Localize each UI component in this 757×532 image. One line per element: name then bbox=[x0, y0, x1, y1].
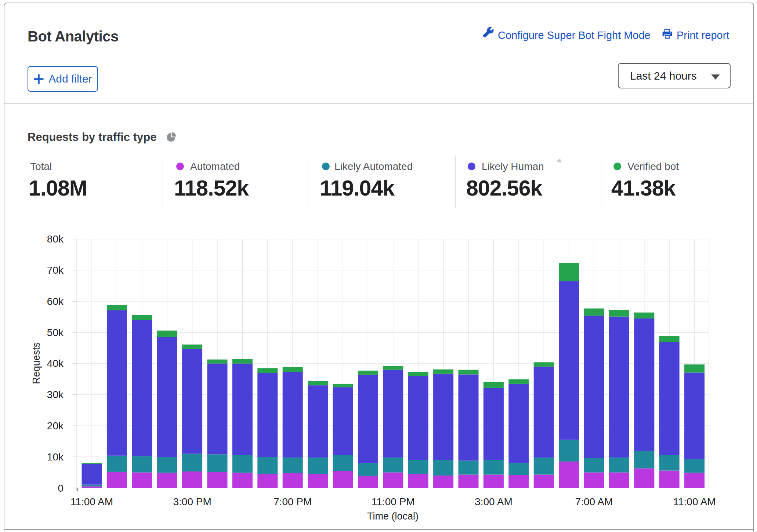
svg-text:30k: 30k bbox=[47, 389, 64, 400]
svg-text:60k: 60k bbox=[47, 296, 64, 307]
svg-text:11:00 PM: 11:00 PM bbox=[372, 496, 415, 507]
svg-text:70k: 70k bbox=[47, 265, 64, 276]
svg-text:0: 0 bbox=[58, 482, 64, 494]
svg-text:7:00 AM: 7:00 AM bbox=[575, 496, 613, 507]
svg-text:Requests: Requests bbox=[31, 342, 42, 384]
svg-text:11:00 AM: 11:00 AM bbox=[70, 496, 113, 507]
svg-text:3:00 AM: 3:00 AM bbox=[475, 496, 512, 507]
svg-text:50k: 50k bbox=[47, 327, 64, 338]
svg-text:80k: 80k bbox=[47, 233, 64, 245]
svg-text:10k: 10k bbox=[47, 451, 64, 463]
svg-text:7:00 PM: 7:00 PM bbox=[274, 496, 312, 507]
svg-text:20k: 20k bbox=[47, 420, 64, 431]
svg-text:Time (local): Time (local) bbox=[367, 511, 419, 522]
svg-text:40k: 40k bbox=[47, 358, 64, 369]
svg-text:11:00 AM: 11:00 AM bbox=[673, 496, 716, 507]
svg-text:3:00 PM: 3:00 PM bbox=[173, 496, 211, 507]
